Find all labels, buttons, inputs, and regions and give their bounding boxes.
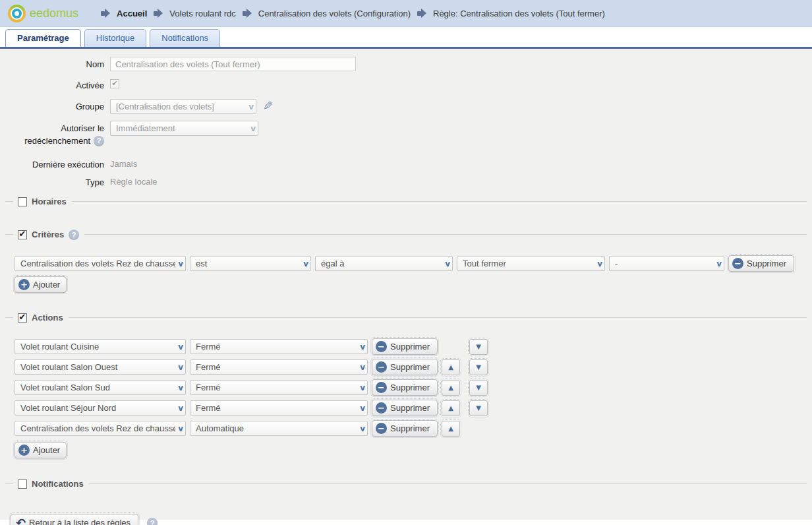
chevron-down-icon: v bbox=[178, 342, 183, 352]
move-up-button[interactable]: ▲ bbox=[442, 380, 460, 396]
chevron-down-icon: v bbox=[360, 342, 365, 352]
nom-input[interactable] bbox=[110, 57, 356, 71]
chevron-down-icon: v bbox=[178, 404, 183, 413]
move-up-button[interactable]: ▲ bbox=[442, 421, 460, 437]
criteres-checkbox[interactable]: ✔ bbox=[18, 230, 27, 239]
action-value-select[interactable]: Fermé v bbox=[190, 400, 368, 416]
action-row: Volet roulant Salon Ouest v Fermé v − Su… bbox=[14, 359, 812, 375]
redeclenchement-label-line2: redéclenchement bbox=[24, 135, 90, 146]
back-arrow-icon: ↶ bbox=[16, 517, 26, 525]
minus-icon: − bbox=[376, 341, 387, 352]
check-icon: ✔ bbox=[19, 313, 26, 321]
supprimer-action-button[interactable]: − Supprimer bbox=[372, 420, 438, 437]
ajouter-criteria-button[interactable]: + Ajouter bbox=[14, 276, 67, 293]
action-value-select[interactable]: Fermé v bbox=[190, 339, 368, 354]
breadcrumb-item-centralisation-config[interactable]: Centralisation des volets (Configuration… bbox=[258, 9, 411, 18]
section-horaires: Horaires bbox=[5, 196, 807, 207]
actions-checkbox[interactable]: ✔ bbox=[18, 313, 27, 323]
supprimer-action-button[interactable]: − Supprimer bbox=[372, 359, 438, 375]
supprimer-action-button[interactable]: − Supprimer bbox=[372, 400, 438, 416]
arrow-down-icon: ▼ bbox=[476, 363, 481, 371]
type-value: Règle locale bbox=[110, 175, 158, 187]
move-up-button[interactable]: ▲ bbox=[442, 400, 460, 416]
criteria-operator-select[interactable]: est v bbox=[190, 256, 311, 271]
eedomus-logo-icon bbox=[8, 5, 26, 22]
action-device-select[interactable]: Volet roulant Séjour Nord v bbox=[14, 400, 186, 416]
chevron-down-icon: v bbox=[597, 259, 602, 268]
chevron-down-icon: v bbox=[360, 424, 365, 433]
plus-icon: + bbox=[18, 445, 30, 456]
arrow-up-icon: ▲ bbox=[448, 404, 453, 412]
chevron-down-icon: v bbox=[445, 259, 450, 268]
groupe-select[interactable]: [Centralisation des volets] v bbox=[110, 99, 256, 114]
groupe-label: Groupe bbox=[0, 99, 110, 112]
action-row: Volet roulant Cuisine v Fermé v − Suppri… bbox=[14, 338, 812, 355]
criteria-value-select[interactable]: Tout fermer v bbox=[457, 256, 605, 271]
action-device-select[interactable]: Volet roulant Salon Ouest v bbox=[14, 359, 186, 375]
move-down-button[interactable]: ▼ bbox=[469, 359, 488, 375]
minus-icon: − bbox=[732, 258, 743, 269]
criteria-extra-select[interactable]: - v bbox=[609, 256, 724, 271]
supprimer-action-button[interactable]: − Supprimer bbox=[372, 338, 438, 355]
move-down-button[interactable]: ▼ bbox=[469, 339, 488, 355]
logo-text: eedomus bbox=[30, 7, 78, 20]
action-value-select[interactable]: Automatique v bbox=[190, 421, 368, 436]
breadcrumb-arrow-icon bbox=[101, 9, 110, 18]
breadcrumb-item-regle[interactable]: Règle: Centralisation des volets (Tout f… bbox=[433, 9, 605, 18]
criteria-row: Centralisation des volets Rez de chaussé… bbox=[14, 255, 812, 272]
supprimer-criteria-button[interactable]: − Supprimer bbox=[728, 255, 794, 272]
plus-icon: + bbox=[18, 279, 30, 290]
move-down-button[interactable]: ▼ bbox=[469, 400, 488, 416]
arrow-down-icon: ▼ bbox=[476, 384, 481, 391]
form-row-activee: Activée ✔ bbox=[0, 78, 812, 91]
activee-checkbox[interactable]: ✔ bbox=[110, 79, 119, 88]
tab-bar: Paramétrage Historique Notifications bbox=[0, 27, 812, 49]
redeclenchement-select[interactable]: Immédiatement v bbox=[110, 121, 258, 136]
section-actions: ✔ Actions bbox=[5, 312, 807, 323]
help-icon[interactable]: ? bbox=[147, 518, 158, 525]
notifications-checkbox[interactable] bbox=[18, 479, 27, 489]
retour-liste-regles-button[interactable]: ↶ Retour à la liste des règles bbox=[11, 514, 138, 525]
action-value-select[interactable]: Fermé v bbox=[190, 359, 368, 375]
footer-actions: ↶ Retour à la liste des règles ? bbox=[0, 514, 812, 525]
action-row: Volet roulant Séjour Nord v Fermé v − Su… bbox=[14, 400, 812, 416]
activee-label: Activée bbox=[0, 78, 110, 91]
form-row-type: Type Règle locale bbox=[0, 175, 812, 188]
move-up-button[interactable]: ▲ bbox=[442, 359, 460, 375]
ajouter-action-button[interactable]: + Ajouter bbox=[14, 442, 67, 458]
criteria-device-select[interactable]: Centralisation des volets Rez de chaussé… bbox=[14, 256, 186, 271]
help-icon[interactable]: ? bbox=[94, 136, 104, 146]
action-device-select[interactable]: Volet roulant Salon Sud v bbox=[14, 380, 186, 395]
breadcrumb-item-volets-roulant-rdc[interactable]: Volets roulant rdc bbox=[169, 9, 235, 18]
criteria-comparison-select[interactable]: égal à v bbox=[315, 256, 453, 271]
horaires-checkbox[interactable] bbox=[18, 197, 27, 206]
action-device-select[interactable]: Centralisation des volets Rez de chaussé… bbox=[14, 421, 186, 436]
edit-group-pencil-icon[interactable]: ✎ bbox=[263, 99, 273, 113]
arrow-up-icon: ▲ bbox=[448, 363, 453, 371]
form-row-nom: Nom bbox=[0, 57, 812, 71]
eedomus-logo[interactable]: eedomus bbox=[8, 5, 78, 22]
arrow-down-icon: ▼ bbox=[476, 404, 481, 412]
breadcrumb: Accueil Volets roulant rdc Centralisatio… bbox=[100, 9, 605, 18]
chevron-down-icon: v bbox=[178, 363, 183, 372]
help-icon[interactable]: ? bbox=[69, 230, 79, 240]
supprimer-action-button[interactable]: − Supprimer bbox=[372, 379, 438, 396]
breadcrumb-arrow-icon bbox=[154, 9, 163, 18]
minus-icon: − bbox=[376, 382, 387, 393]
section-criteres: ✔ Critères ? bbox=[5, 229, 807, 240]
criteres-body: Centralisation des volets Rez de chaussé… bbox=[0, 255, 812, 293]
tab-notifications[interactable]: Notifications bbox=[150, 29, 220, 47]
form-row-derniere-execution: Dernière exécution Jamais bbox=[0, 157, 812, 170]
move-down-button[interactable]: ▼ bbox=[469, 380, 488, 396]
chevron-down-icon: v bbox=[360, 404, 365, 413]
groupe-select-value: [Centralisation des volets] bbox=[116, 102, 246, 111]
breadcrumb-item-accueil[interactable]: Accueil bbox=[117, 9, 147, 18]
chevron-down-icon: v bbox=[360, 363, 365, 372]
action-device-select[interactable]: Volet roulant Cuisine v bbox=[14, 339, 186, 354]
action-value-select[interactable]: Fermé v bbox=[190, 380, 368, 395]
minus-icon: − bbox=[376, 402, 387, 414]
tab-historique[interactable]: Historique bbox=[84, 29, 147, 47]
tab-parametrage[interactable]: Paramétrage bbox=[5, 29, 81, 47]
redeclenchement-label-line1: Autoriser le bbox=[0, 123, 104, 134]
minus-icon: − bbox=[376, 361, 387, 373]
